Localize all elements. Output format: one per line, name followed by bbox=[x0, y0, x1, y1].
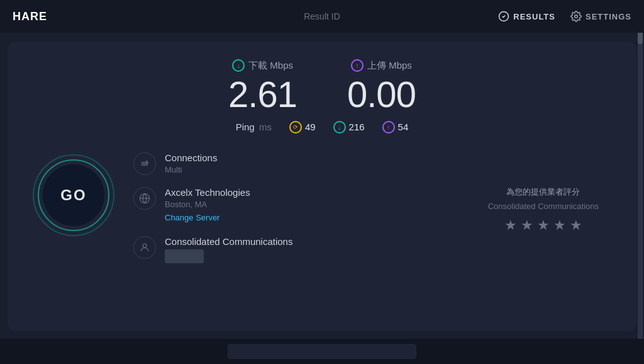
packet-value-item: ↑ 54 bbox=[382, 121, 409, 134]
upload-label: ↑ 上傳 Mbps bbox=[347, 59, 416, 72]
isp-text: Consolidated Communications •••••••••• bbox=[165, 235, 292, 263]
bottom-bar bbox=[0, 339, 644, 364]
star-3[interactable]: ★ bbox=[537, 217, 550, 234]
main-card: ↓ 下載 Mbps 2.61 ↑ 上傳 Mbps 0.00 Ping ms ⟳ … bbox=[8, 42, 636, 331]
speed-section: ↓ 下載 Mbps 2.61 ↑ 上傳 Mbps 0.00 bbox=[33, 59, 611, 115]
ping-row: Ping ms ⟳ 49 ↓ 216 ↑ 54 bbox=[33, 121, 611, 134]
scrollbar[interactable] bbox=[638, 0, 643, 364]
download-label: ↓ 下載 Mbps bbox=[228, 59, 297, 72]
bottom-bar-content bbox=[228, 344, 416, 359]
info-section: GO Connections Multi bbox=[33, 151, 611, 273]
svg-point-1 bbox=[575, 15, 578, 18]
check-circle-icon bbox=[498, 11, 509, 22]
top-bar-actions: RESULTS SETTINGS bbox=[498, 11, 631, 22]
rating-section: 為您的提供業者評分 Consolidated Communications ★ … bbox=[488, 186, 599, 234]
svg-point-7 bbox=[143, 244, 147, 247]
server-text: Axcelx Technologies Boston, MA Change Se… bbox=[165, 186, 250, 225]
rating-isp-name: Consolidated Communications bbox=[488, 202, 599, 211]
rating-label-cn: 為您的提供業者評分 bbox=[488, 186, 599, 198]
packet-icon: ↑ bbox=[382, 121, 395, 134]
star-5[interactable]: ★ bbox=[570, 217, 582, 234]
connections-row: Connections Multi bbox=[133, 151, 611, 176]
ping-icon: ⟳ bbox=[289, 121, 302, 134]
download-arrow-icon: ↓ bbox=[232, 59, 245, 72]
person-icon bbox=[139, 242, 150, 253]
connections-icon-wrapper bbox=[133, 152, 156, 175]
connections-text: Connections Multi bbox=[165, 151, 217, 176]
change-server-link[interactable]: Change Server bbox=[165, 213, 219, 222]
star-1[interactable]: ★ bbox=[504, 217, 517, 234]
upload-arrow-icon: ↑ bbox=[351, 59, 364, 72]
connections-icon bbox=[139, 158, 150, 169]
isp-icon-wrapper bbox=[133, 236, 156, 259]
settings-button[interactable]: SETTINGS bbox=[570, 11, 631, 22]
isp-row: Consolidated Communications •••••••••• bbox=[133, 235, 611, 263]
server-icon-wrapper bbox=[133, 187, 156, 210]
share-label: HARE bbox=[13, 10, 47, 23]
jitter-icon: ↓ bbox=[333, 121, 346, 134]
ping-value-item: ⟳ 49 bbox=[289, 121, 316, 134]
upload-value: 0.00 bbox=[347, 74, 416, 115]
star-4[interactable]: ★ bbox=[553, 217, 566, 234]
isp-masked-value: •••••••••• bbox=[165, 249, 204, 263]
results-button[interactable]: RESULTS bbox=[498, 11, 555, 22]
gear-icon bbox=[570, 11, 582, 22]
go-button[interactable]: GO bbox=[43, 164, 104, 226]
go-container: GO bbox=[33, 154, 114, 236]
star-2[interactable]: ★ bbox=[521, 217, 533, 234]
top-bar: HARE Result ID RESULTS SETTINGS bbox=[0, 0, 644, 33]
globe-icon bbox=[139, 193, 150, 204]
download-block: ↓ 下載 Mbps 2.61 bbox=[228, 59, 297, 115]
jitter-value-item: ↓ 216 bbox=[333, 121, 365, 134]
download-value: 2.61 bbox=[228, 74, 297, 115]
upload-block: ↑ 上傳 Mbps 0.00 bbox=[347, 59, 416, 115]
result-id-label: Result ID bbox=[304, 11, 340, 21]
rating-stars[interactable]: ★ ★ ★ ★ ★ bbox=[488, 217, 599, 234]
ping-label: Ping ms bbox=[236, 122, 272, 132]
